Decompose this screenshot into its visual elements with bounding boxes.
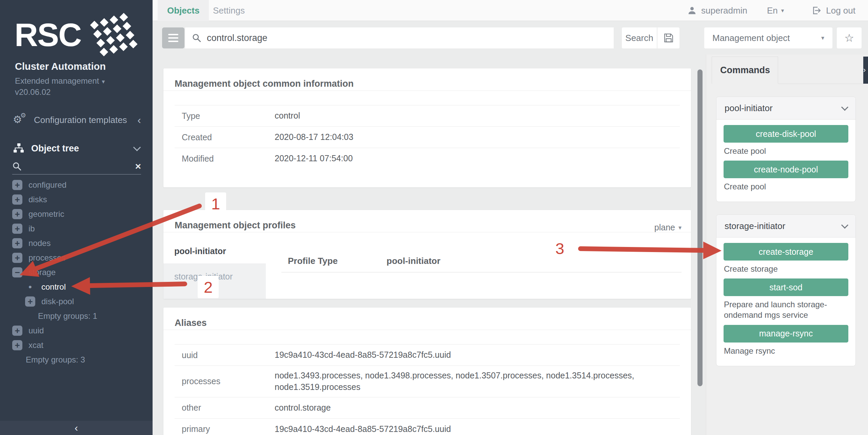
tab-objects[interactable]: Objects (158, 0, 209, 21)
tree-item-ib[interactable]: + ib (0, 221, 153, 236)
plus-square-icon[interactable]: + (12, 340, 22, 350)
object-type-select[interactable]: Management object ▾ (704, 27, 832, 48)
favorite-button[interactable]: ☆ (837, 27, 862, 48)
tree-item-geometric[interactable]: + geometric (0, 207, 153, 221)
menu-toggle-button[interactable] (162, 27, 184, 48)
profile-view-selector[interactable]: plane ▾ (654, 223, 682, 232)
command-description: Prepare and launch storage-ondemand mgs … (724, 299, 848, 320)
command-start-sod-button[interactable]: start-sod (724, 278, 848, 296)
floppy-disk-icon (663, 33, 674, 43)
table-row: Created 2020-08-17 12:04:03 (175, 126, 680, 148)
sitemap-icon (13, 143, 24, 153)
tab-commands[interactable]: Commands (712, 57, 778, 84)
chevron-down-icon (133, 144, 141, 151)
save-search-button[interactable] (657, 27, 679, 48)
command-group-pool-initiator: pool-initiator create-disk-pool Create p… (716, 97, 856, 202)
tree-item-empty-groups-root[interactable]: Empty groups: 3 (0, 352, 153, 367)
command-description: Create storage (724, 264, 848, 274)
plus-square-icon[interactable]: + (25, 296, 35, 307)
chevron-down-icon (841, 221, 848, 228)
edition-label: Extended management (15, 76, 99, 85)
plus-square-icon[interactable]: + (12, 194, 22, 205)
tree-search[interactable]: × (12, 159, 141, 174)
minus-square-icon[interactable]: − (12, 267, 22, 277)
command-create-node-pool-button[interactable]: create-node-pool (724, 161, 848, 178)
chevron-down-icon (841, 103, 848, 110)
plus-square-icon[interactable]: + (12, 224, 22, 234)
object-tree: + configured + disks + geometric + ib + … (0, 178, 153, 367)
object-search-field[interactable] (185, 27, 614, 48)
logout-label: Log out (826, 5, 855, 16)
star-icon: ☆ (844, 32, 854, 44)
logout-icon (812, 6, 821, 15)
common-info-table: Type control Created 2020-08-17 12:04:03… (175, 105, 680, 169)
aliases-table: uuid 19c9a410-43cd-4ead-8a85-57219a8c7fc… (175, 344, 680, 435)
edition-selector[interactable]: Extended management▾ (15, 76, 105, 86)
aliases-title: Aliases (175, 318, 680, 328)
table-row: primary 19c9a410-43cd-4ead-8a85-57219a8c… (175, 418, 680, 435)
accordion-header-storage-initiator[interactable]: storage-initiator (716, 215, 855, 237)
plus-square-icon[interactable]: + (12, 209, 22, 219)
tab-pool-initiator[interactable]: pool-initiator (163, 239, 266, 264)
tree-item-configured[interactable]: + configured (0, 178, 153, 192)
tree-item-disk-pool[interactable]: + disk-pool (0, 294, 153, 309)
aliases-card: Aliases uuid 19c9a410-43cd-4ead-8a85-572… (163, 308, 691, 435)
tree-item-disks[interactable]: + disks (0, 192, 153, 207)
annotation-step-3: 3 (549, 238, 571, 259)
main-content: Management object common information Typ… (153, 55, 706, 435)
object-tree-label: Object tree (31, 143, 79, 154)
sidebar-item-configuration-templates[interactable]: ⚙⚙ Configuration templates ‹ (0, 110, 153, 129)
tree-item-nodes[interactable]: + nodes (0, 236, 153, 250)
app-version: v20.06.02 (15, 87, 51, 97)
tree-item-xcat[interactable]: + xcat (0, 338, 153, 352)
clear-search-icon[interactable]: × (135, 161, 141, 171)
gears-icon: ⚙⚙ (13, 114, 27, 126)
accordion-header-pool-initiator[interactable]: pool-initiator (716, 97, 855, 120)
command-manage-rsync-button[interactable]: manage-rsync (724, 325, 848, 343)
tree-item-control[interactable]: • control (0, 279, 153, 294)
table-row: uuid 19c9a410-43cd-4ead-8a85-57219a8c7fc… (175, 345, 680, 366)
configuration-templates-label: Configuration templates (34, 115, 127, 125)
plus-square-icon[interactable]: + (12, 326, 22, 336)
search-input[interactable] (206, 33, 614, 44)
common-info-card: Management object common information Typ… (163, 68, 691, 187)
caret-down-icon: ▾ (821, 34, 824, 42)
tree-item-uuid[interactable]: + uuid (0, 323, 153, 338)
command-create-disk-pool-button[interactable]: create-disk-pool (724, 125, 848, 143)
plus-square-icon[interactable]: + (12, 238, 22, 248)
chevron-left-icon: ‹ (75, 422, 78, 434)
profiles-card: Management object profiles plane ▾ pool-… (163, 210, 691, 299)
tab-settings[interactable]: Settings (203, 0, 254, 21)
tree-item-processes[interactable]: + processes (0, 250, 153, 265)
table-row: other control.storage (175, 397, 680, 418)
profile-type-row: Profile Type pool-initiator (288, 256, 440, 266)
username: superadmin (701, 5, 747, 16)
command-create-storage-button[interactable]: create-storage (724, 243, 848, 261)
logo: RSC (0, 13, 153, 57)
caret-down-icon: ▾ (781, 7, 784, 14)
panel-collapse-button[interactable]: › (863, 57, 868, 84)
plus-square-icon[interactable]: + (12, 180, 22, 190)
annotation-step-2: 2 (198, 276, 219, 298)
table-row: Modified 2020-12-11 07:54:00 (175, 148, 680, 169)
logout-button[interactable]: Log out (812, 5, 855, 16)
search-icon (12, 162, 22, 171)
plus-square-icon[interactable]: + (12, 253, 22, 263)
commands-panel: Commands › pool-initiator create-disk-po… (706, 55, 868, 435)
search-button[interactable]: Search (622, 27, 657, 48)
logo-text: RSC (15, 19, 81, 51)
user-icon (688, 6, 696, 15)
user-menu[interactable]: superadmin (688, 5, 747, 16)
caret-down-icon: ▾ (678, 224, 682, 231)
language-selector[interactable]: En ▾ (767, 5, 784, 16)
sidebar-collapse-button[interactable]: ‹ (0, 421, 153, 435)
tree-item-storage[interactable]: − storage (0, 265, 153, 279)
top-bar: Objects Settings superadmin En ▾ (153, 0, 868, 21)
scrollbar-thumb[interactable] (697, 69, 703, 386)
scrollbar-track[interactable] (697, 57, 703, 435)
command-description: Create pool (724, 146, 848, 156)
tree-item-empty-groups-storage[interactable]: Empty groups: 1 (0, 309, 153, 323)
bullet-icon: • (25, 282, 35, 292)
sidebar-item-object-tree[interactable]: Object tree (0, 139, 153, 158)
table-row: processes node1.3493.processes, node1.34… (175, 366, 680, 397)
